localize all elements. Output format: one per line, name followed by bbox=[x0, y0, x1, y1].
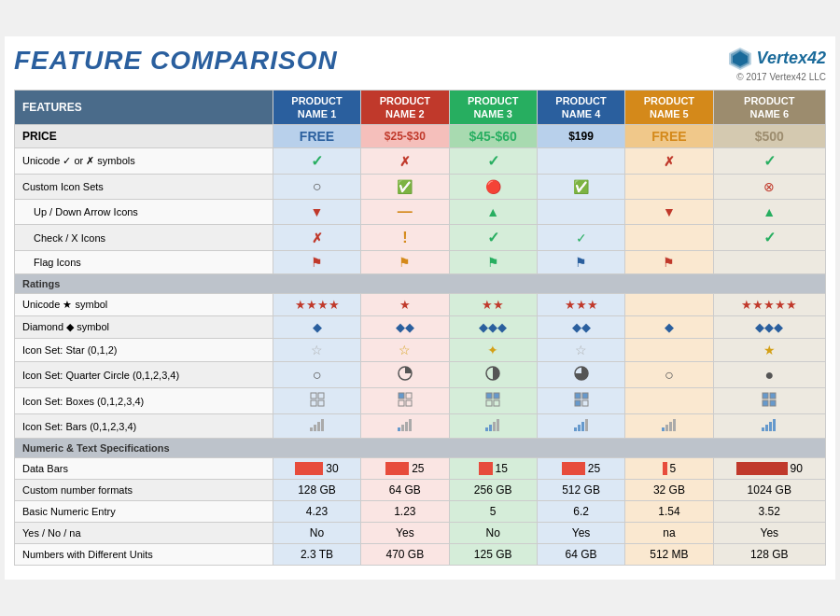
numeric-section-label: Numeric & Text Specifications bbox=[15, 439, 826, 458]
svg-rect-8 bbox=[311, 400, 316, 406]
cell-cnf-p1: 128 GB bbox=[273, 480, 360, 501]
three-quarter-circle-icon bbox=[574, 366, 589, 381]
cell-istar-p1: ☆ bbox=[273, 339, 360, 362]
svg-rect-15 bbox=[494, 393, 499, 399]
feature-custom-icon-sets: Custom Icon Sets bbox=[15, 175, 273, 200]
price-p1: FREE bbox=[273, 125, 360, 148]
col-p6-header: PRODUCTNAME 6 bbox=[713, 90, 825, 125]
svg-rect-7 bbox=[318, 393, 324, 399]
quarter-circle-icon bbox=[398, 366, 413, 381]
cell-bn-p6: 3.52 bbox=[713, 501, 825, 523]
svg-rect-28 bbox=[317, 422, 320, 431]
cell-flag-p4: ⚑ bbox=[537, 251, 624, 274]
svg-rect-48 bbox=[769, 422, 772, 431]
bars-icon-3 bbox=[574, 418, 589, 431]
page-title: FEATURE COMPARISON bbox=[14, 46, 338, 76]
cell-yn-p3: No bbox=[449, 523, 537, 544]
cell-db-p1: 30 bbox=[273, 458, 360, 480]
svg-rect-33 bbox=[409, 419, 412, 431]
bar-p6 bbox=[736, 462, 788, 475]
svg-rect-44 bbox=[669, 422, 672, 431]
cell-qc-p6: ● bbox=[713, 362, 825, 388]
cell-unicode-p6: ✓ bbox=[713, 148, 825, 175]
cell-star-p6: ★★★★★ bbox=[713, 294, 825, 316]
svg-rect-24 bbox=[763, 400, 768, 406]
svg-rect-45 bbox=[673, 419, 676, 431]
comparison-table: FEATURES PRODUCTNAME 1 PRODUCTNAME 2 PRO… bbox=[14, 90, 826, 567]
svg-rect-43 bbox=[665, 425, 668, 431]
svg-rect-38 bbox=[574, 427, 577, 431]
feature-yes-no: Yes / No / na bbox=[15, 523, 273, 544]
row-iconset-bars: Icon Set: Bars (0,1,2,3,4) bbox=[15, 414, 826, 439]
cell-db-p3: 15 bbox=[449, 458, 537, 480]
col-p1-header: PRODUCTNAME 1 bbox=[273, 90, 360, 125]
main-container: FEATURE COMPARISON Vertex42 © 2017 Verte… bbox=[5, 36, 835, 581]
box-icon-3 bbox=[574, 392, 589, 407]
cell-star-p1: ★★★★ bbox=[273, 294, 360, 316]
cell-yn-p2: Yes bbox=[361, 523, 449, 544]
cell-checkx-p3: ✓ bbox=[449, 225, 537, 251]
svg-rect-49 bbox=[773, 419, 776, 431]
bar-p5 bbox=[663, 462, 667, 475]
svg-rect-10 bbox=[399, 393, 404, 399]
cell-box-p1 bbox=[273, 388, 360, 414]
cell-star-p3: ★★ bbox=[449, 294, 537, 316]
cell-star-p4: ★★★ bbox=[537, 294, 624, 316]
price-label: PRICE bbox=[15, 125, 273, 148]
cell-iconsets-p6: ⊗ bbox=[713, 175, 825, 200]
copyright: © 2017 Vertex42 LLC bbox=[727, 72, 826, 82]
row-unicode-star: Unicode ★ symbol ★★★★ ★ ★★ ★★★ ★★★★★ bbox=[15, 294, 826, 316]
svg-rect-12 bbox=[399, 400, 404, 406]
cell-cnf-p2: 64 GB bbox=[361, 480, 449, 501]
bar-p1 bbox=[295, 462, 323, 475]
cell-bars-p1 bbox=[273, 414, 360, 439]
cell-box-p3 bbox=[449, 388, 537, 414]
cell-unicode-p4 bbox=[537, 148, 624, 175]
feature-data-bars: Data Bars bbox=[15, 458, 273, 480]
price-p5: FREE bbox=[625, 125, 713, 148]
cell-du-p1: 2.3 TB bbox=[273, 544, 360, 566]
cell-cnf-p3: 256 GB bbox=[449, 480, 537, 501]
cell-iconsets-p3: 🔴 bbox=[449, 175, 537, 200]
cell-bn-p5: 1.54 bbox=[625, 501, 713, 523]
cell-istar-p4: ☆ bbox=[537, 339, 624, 362]
feature-arrow-icons: Up / Down Arrow Icons bbox=[15, 200, 273, 225]
svg-rect-34 bbox=[485, 427, 488, 431]
svg-rect-22 bbox=[763, 393, 768, 399]
row-custom-number-formats: Custom number formats 128 GB 64 GB 256 G… bbox=[15, 480, 826, 501]
cell-istar-p6: ★ bbox=[713, 339, 825, 362]
row-flag-icons: Flag Icons ⚑ ⚑ ⚑ ⚑ ⚑ bbox=[15, 251, 826, 274]
cell-du-p5: 512 MB bbox=[625, 544, 713, 566]
svg-rect-25 bbox=[770, 400, 776, 406]
cell-unicode-p1: ✓ bbox=[273, 148, 360, 175]
feature-iconset-boxes: Icon Set: Boxes (0,1,2,3,4) bbox=[15, 388, 273, 414]
cell-diamond-p1: ◆ bbox=[273, 316, 360, 339]
logo-text: Vertex42 bbox=[757, 49, 826, 68]
svg-rect-16 bbox=[486, 400, 492, 406]
feature-diamond: Diamond ◆ symbol bbox=[15, 316, 273, 339]
svg-rect-42 bbox=[662, 427, 665, 431]
feature-custom-number-formats: Custom number formats bbox=[15, 480, 273, 501]
box-icon-0 bbox=[310, 392, 325, 407]
cell-unicode-p3: ✓ bbox=[449, 148, 537, 175]
box-icon-1 bbox=[398, 392, 413, 407]
cell-db-p2: 25 bbox=[361, 458, 449, 480]
bars-icon-1b bbox=[662, 418, 677, 431]
cell-arrow-p4 bbox=[537, 200, 624, 225]
cell-flag-p2: ⚑ bbox=[361, 251, 449, 274]
cell-qc-p3 bbox=[449, 362, 537, 388]
cell-cnf-p6: 1024 GB bbox=[713, 480, 825, 501]
cell-box-p5 bbox=[625, 388, 713, 414]
feature-iconset-bars: Icon Set: Bars (0,1,2,3,4) bbox=[15, 414, 273, 439]
cell-du-p2: 470 GB bbox=[361, 544, 449, 566]
svg-rect-46 bbox=[762, 427, 764, 431]
feature-unicode-star: Unicode ★ symbol bbox=[15, 294, 273, 316]
feature-basic-numeric: Basic Numeric Entry bbox=[15, 501, 273, 523]
svg-rect-9 bbox=[318, 400, 324, 406]
cell-unicode-p2: ✗ bbox=[361, 148, 449, 175]
cell-qc-p5: ○ bbox=[625, 362, 713, 388]
row-iconset-star: Icon Set: Star (0,1,2) ☆ ☆ ✦ ☆ ★ bbox=[15, 339, 826, 362]
cell-checkx-p2: ! bbox=[361, 225, 449, 251]
svg-rect-47 bbox=[765, 425, 768, 431]
cell-iconsets-p4: ✅ bbox=[537, 175, 624, 200]
